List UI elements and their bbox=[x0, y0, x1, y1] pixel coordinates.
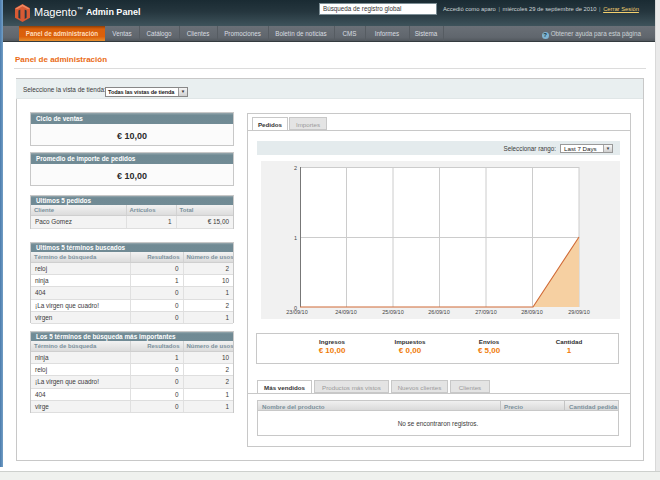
svg-text:23/09/10: 23/09/10 bbox=[286, 309, 307, 315]
svg-text:28/09/10: 28/09/10 bbox=[521, 309, 542, 315]
svg-text:26/09/10: 26/09/10 bbox=[428, 309, 449, 315]
svg-text:2: 2 bbox=[294, 165, 297, 171]
svg-text:27/09/10: 27/09/10 bbox=[475, 309, 496, 315]
svg-text:29/09/10: 29/09/10 bbox=[568, 309, 589, 315]
svg-text:25/09/10: 25/09/10 bbox=[382, 309, 403, 315]
svg-text:1: 1 bbox=[294, 235, 297, 241]
svg-text:24/09/10: 24/09/10 bbox=[335, 309, 356, 315]
